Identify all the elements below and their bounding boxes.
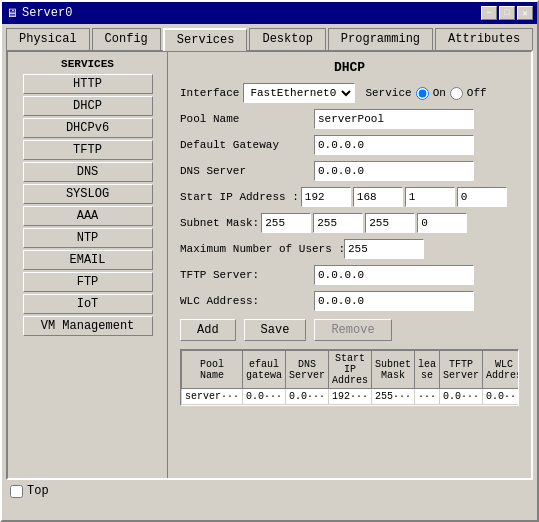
sidebar-item-email[interactable]: EMAIL	[23, 250, 153, 270]
tab-config[interactable]: Config	[92, 28, 161, 50]
sidebar: SERVICES HTTP DHCP DHCPv6 TFTP DNS SYSLO…	[8, 52, 168, 478]
service-on-radio[interactable]	[416, 87, 429, 100]
subnet-3[interactable]	[365, 213, 415, 233]
title-controls: − □ ✕	[481, 6, 533, 20]
sidebar-item-http[interactable]: HTTP	[23, 74, 153, 94]
tftp-server-input[interactable]	[314, 265, 474, 285]
default-gateway-label: Default Gateway	[180, 139, 310, 151]
add-button[interactable]: Add	[180, 319, 236, 341]
cell-pool-name: server···	[182, 389, 243, 405]
subnet-4[interactable]	[417, 213, 467, 233]
col-start-ip: StartIPAddres	[329, 351, 372, 389]
action-buttons: Add Save Remove	[180, 319, 519, 341]
service-label: Service	[365, 87, 411, 99]
wlc-input[interactable]	[314, 291, 474, 311]
table-header-row: PoolName efaulgatewa DNSServer StartIPAd…	[182, 351, 520, 389]
tab-programming[interactable]: Programming	[328, 28, 433, 50]
subnet-mask-label: Subnet Mask:	[180, 217, 259, 229]
top-checkbox[interactable]	[10, 485, 23, 498]
sidebar-item-iot[interactable]: IoT	[23, 294, 153, 314]
interface-row: Interface FastEthernet0 Service On Off	[180, 83, 519, 103]
col-wlc: WLCAddres	[483, 351, 519, 389]
sidebar-item-ntp[interactable]: NTP	[23, 228, 153, 248]
start-ip-row: Start IP Address :	[180, 187, 519, 207]
default-gateway-input[interactable]	[314, 135, 474, 155]
wlc-address-row: WLC Address:	[180, 291, 519, 311]
interface-select[interactable]: FastEthernet0	[243, 83, 355, 103]
default-gateway-row: Default Gateway	[180, 135, 519, 155]
interface-label: Interface	[180, 87, 239, 99]
service-on-label: On	[433, 87, 446, 99]
cell-start-ip: 192···	[329, 389, 372, 405]
dns-server-input[interactable]	[314, 161, 474, 181]
dns-server-label: DNS Server	[180, 165, 310, 177]
service-on-off: On Off	[416, 87, 487, 100]
pool-name-input[interactable]	[314, 109, 474, 129]
pool-name-label: Pool Name	[180, 113, 310, 125]
subnet-mask-row: Subnet Mask:	[180, 213, 519, 233]
save-button[interactable]: Save	[244, 319, 307, 341]
subnet-2[interactable]	[313, 213, 363, 233]
table-row[interactable]: server··· 0.0··· 0.0··· 192··· 255··· ··…	[182, 389, 520, 405]
sidebar-item-syslog[interactable]: SYSLOG	[23, 184, 153, 204]
tab-services[interactable]: Services	[163, 28, 248, 51]
title-bar-title: 🖥 Server0	[6, 6, 72, 21]
col-default-gateway: efaulgatewa	[243, 351, 286, 389]
top-checkbox-label: Top	[10, 484, 49, 498]
wlc-label: WLC Address:	[180, 295, 310, 307]
sidebar-item-dhcp[interactable]: DHCP	[23, 96, 153, 116]
window-title: Server0	[22, 6, 72, 20]
max-users-row: Maximum Number of Users :	[180, 239, 519, 259]
cell-tftp: 0.0···	[440, 389, 483, 405]
maximize-button[interactable]: □	[499, 6, 515, 20]
window: 🖥 Server0 − □ ✕ Physical Config Services…	[0, 0, 539, 522]
cell-lease: ···	[415, 389, 440, 405]
server-icon: 🖥	[6, 6, 18, 21]
tftp-server-label: TFTP Server:	[180, 269, 310, 281]
title-bar: 🖥 Server0 − □ ✕	[2, 2, 537, 24]
remove-button[interactable]: Remove	[314, 319, 391, 341]
tab-bar: Physical Config Services Desktop Program…	[2, 24, 537, 50]
dhcp-table: PoolName efaulgatewa DNSServer StartIPAd…	[181, 350, 519, 405]
sidebar-item-dhcpv6[interactable]: DHCPv6	[23, 118, 153, 138]
panel-title: DHCP	[180, 60, 519, 75]
dhcp-table-container: PoolName efaulgatewa DNSServer StartIPAd…	[180, 349, 519, 406]
tab-desktop[interactable]: Desktop	[249, 28, 325, 50]
max-users-label: Maximum Number of Users :	[180, 243, 340, 255]
cell-subnet: 255···	[372, 389, 415, 405]
tab-physical[interactable]: Physical	[6, 28, 90, 50]
sidebar-item-tftp[interactable]: TFTP	[23, 140, 153, 160]
col-tftp: TFTPServer	[440, 351, 483, 389]
col-dns-server: DNSServer	[286, 351, 329, 389]
sidebar-item-dns[interactable]: DNS	[23, 162, 153, 182]
start-ip-1[interactable]	[301, 187, 351, 207]
close-button[interactable]: ✕	[517, 6, 533, 20]
col-lease: lease	[415, 351, 440, 389]
start-ip-2[interactable]	[353, 187, 403, 207]
start-ip-label: Start IP Address :	[180, 191, 299, 203]
col-pool-name: PoolName	[182, 351, 243, 389]
cell-wlc: 0.0···	[483, 389, 519, 405]
start-ip-4[interactable]	[457, 187, 507, 207]
minimize-button[interactable]: −	[481, 6, 497, 20]
dns-server-row: DNS Server	[180, 161, 519, 181]
subnet-1[interactable]	[261, 213, 311, 233]
tftp-server-row: TFTP Server:	[180, 265, 519, 285]
service-off-radio[interactable]	[450, 87, 463, 100]
cell-dns: 0.0···	[286, 389, 329, 405]
max-users-input[interactable]	[344, 239, 424, 259]
cell-gateway: 0.0···	[243, 389, 286, 405]
bottom-bar: Top	[2, 480, 537, 502]
tab-attributes[interactable]: Attributes	[435, 28, 533, 50]
sidebar-title: SERVICES	[8, 56, 167, 72]
main-content: SERVICES HTTP DHCP DHCPv6 TFTP DNS SYSLO…	[6, 50, 533, 480]
start-ip-3[interactable]	[405, 187, 455, 207]
pool-name-row: Pool Name	[180, 109, 519, 129]
top-label: Top	[27, 484, 49, 498]
right-panel: DHCP Interface FastEthernet0 Service On …	[168, 52, 531, 478]
service-off-label: Off	[467, 87, 487, 99]
sidebar-item-ftp[interactable]: FTP	[23, 272, 153, 292]
col-subnet: SubnetMask	[372, 351, 415, 389]
sidebar-item-vm-management[interactable]: VM Management	[23, 316, 153, 336]
sidebar-item-aaa[interactable]: AAA	[23, 206, 153, 226]
